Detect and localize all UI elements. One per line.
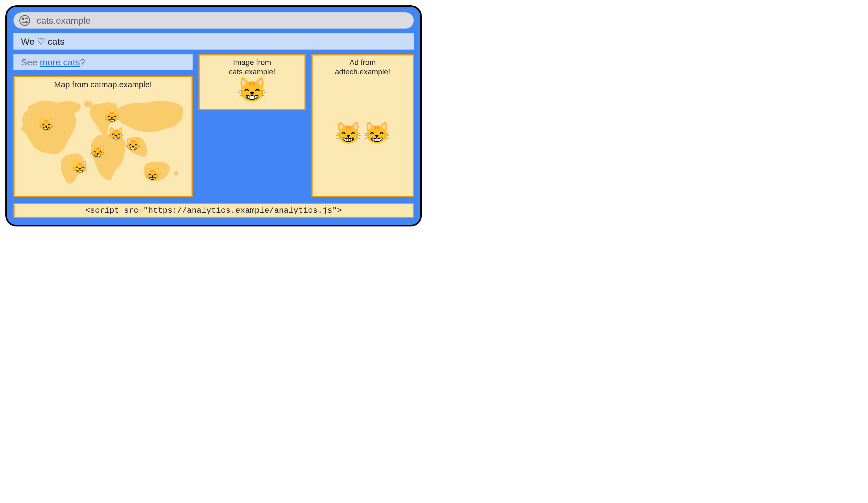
cat-face-icon: 😸 xyxy=(237,78,267,102)
cat-face-icon: 😸 xyxy=(38,118,54,131)
cat-face-icon: 😸 xyxy=(72,161,88,174)
address-bar[interactable]: cats.example xyxy=(13,12,414,29)
ad-image: 😸 😸 xyxy=(335,122,390,144)
cat-face-icon: 😸 xyxy=(144,168,161,181)
map-title: Map from catmap.example! xyxy=(17,80,189,89)
browser-window: cats.example We ♡ cats See more cats? Ma… xyxy=(6,6,422,227)
url-text[interactable]: cats.example xyxy=(37,16,90,26)
cat-face-icon: 😸 xyxy=(90,145,106,158)
more-cats-prompt: See more cats? xyxy=(13,54,193,70)
ad-caption-line1: Ad from xyxy=(349,58,376,67)
more-cats-link[interactable]: more cats xyxy=(40,57,80,67)
content-row: See more cats? Map from catmap.example! xyxy=(13,54,414,197)
first-party-image-widget: Image from cats.example! 😸 xyxy=(198,54,306,110)
analytics-script-bar: <script src="https://analytics.example/a… xyxy=(13,203,414,218)
cat-face-icon: 😸 xyxy=(108,128,124,141)
cat-face-icon: 😸 xyxy=(363,122,390,144)
map-widget: Map from catmap.example! 😸😸😸😸😸 xyxy=(13,76,193,197)
image-caption-line2: cats.example! xyxy=(229,67,276,77)
left-column: See more cats? Map from catmap.example! xyxy=(13,54,193,197)
cat-face-icon: 😸 xyxy=(125,138,141,151)
cat-face-icon: 😸 xyxy=(104,110,120,123)
world-map xyxy=(17,91,189,188)
page-title: We ♡ cats xyxy=(13,33,414,50)
prompt-prefix: See xyxy=(21,57,40,67)
prompt-suffix: ? xyxy=(80,57,85,67)
right-column: Image from cats.example! 😸 Ad from adtec… xyxy=(198,54,414,197)
image-caption-line1: Image from xyxy=(233,58,271,67)
cat-face-icon: 😸 xyxy=(335,122,362,144)
ad-widget: Ad from adtech.example! 😸 😸 xyxy=(311,54,414,197)
site-settings-icon[interactable] xyxy=(19,15,30,26)
ad-caption-line2: adtech.example! xyxy=(335,67,390,77)
